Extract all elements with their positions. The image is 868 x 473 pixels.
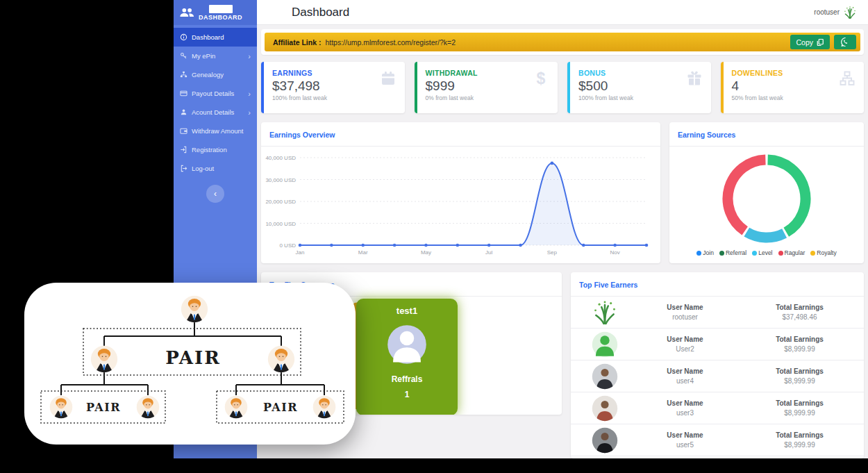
user-plant-avatar[interactable] — [843, 6, 857, 19]
legend-label: Referral — [726, 249, 746, 256]
svg-text:Nov: Nov — [610, 249, 620, 256]
earner-username: user5 — [628, 441, 742, 449]
sidebar-item-acount-details[interactable]: Acount Details› — [174, 103, 257, 122]
legend-item-join[interactable]: Join — [696, 249, 714, 256]
donut-legend: JoinReferralLevelRagularRoyalty — [696, 249, 836, 256]
earner-row-rootuser[interactable]: User NamerootuserTotal Earnings$37,498.4… — [571, 297, 864, 329]
legend-label: Ragular — [785, 249, 806, 256]
sidebar-item-my-epin[interactable]: My ePin› — [174, 47, 257, 65]
card-icon — [180, 90, 187, 97]
sidebar-nav: DashboardMy ePin›GenealogyPayout Details… — [174, 25, 257, 178]
sidebar-item-genealogy[interactable]: Genealogy — [174, 65, 257, 84]
earner-earnings-header: Total Earnings — [742, 431, 857, 439]
user-icon — [180, 108, 187, 116]
sponsor-referrals-label: Reffrals — [392, 374, 423, 384]
signin-icon — [180, 146, 187, 153]
sidebar-item-dashboard[interactable]: Dashboard — [174, 28, 257, 47]
sidebar-item-registration[interactable]: Registration — [174, 140, 257, 159]
sponsor-referrals-count: 1 — [405, 390, 410, 399]
legend-label: Royalty — [817, 249, 836, 256]
chevron-right-icon: › — [248, 108, 251, 117]
genealogy-pair-overlay: PAIR PAIR PAIR — [24, 283, 356, 445]
sidebar-item-label: Registration — [192, 146, 251, 153]
affiliate-bar: Affiliate Link : https://ump.mlmforest.c… — [265, 33, 860, 51]
earner-username: User2 — [628, 345, 742, 353]
legend-dot — [752, 251, 757, 256]
sidebar-item-label: Genealogy — [192, 71, 251, 78]
gift-icon — [686, 70, 703, 87]
stat-label: EARNINGS — [272, 69, 397, 77]
sidebar-collapse-button[interactable]: ‹ — [206, 185, 224, 203]
tree-leaf-avatar[interactable] — [313, 396, 336, 419]
earner-row-user4[interactable]: User Nameuser4Total Earnings$8,999.99 — [571, 360, 864, 392]
tree-leaf-avatar[interactable] — [50, 396, 73, 419]
sidebar-item-withdraw-amount[interactable]: Withdraw Amount — [174, 122, 257, 140]
sidebar-item-label: Payout Details — [192, 90, 244, 97]
page-title: Dashboard — [292, 6, 349, 19]
sidebar-item-label: Withdraw Amount — [192, 127, 251, 135]
tree-root-avatar[interactable] — [181, 296, 208, 323]
affiliate-card: Affiliate Link : https://ump.mlmforest.c… — [261, 29, 864, 55]
earning-sources-panel: Earning Sources JoinReferralLevelRagular… — [669, 122, 864, 263]
stat-subtext: 50% from last weak — [732, 94, 856, 101]
svg-text:Jan: Jan — [296, 249, 305, 256]
chevron-right-icon: › — [248, 90, 251, 98]
earnings-overview-panel: Earnings Overview 0 USD10,000 USD20,000 … — [261, 122, 660, 263]
top-earners-title: Top Five Earners — [579, 281, 637, 289]
whatsapp-icon — [840, 37, 851, 47]
sitemap-icon — [180, 71, 187, 78]
sidebar-item-label: Log-out — [192, 165, 251, 172]
copy-button-label: Copy — [796, 38, 813, 47]
legend-label: Join — [703, 249, 714, 256]
whatsapp-button[interactable] — [834, 35, 856, 49]
earner-earnings: $8,999.99 — [742, 377, 857, 385]
tree-left-avatar[interactable] — [91, 346, 117, 373]
stat-card-withdrawal: WITHDRAWAL$9990% from last weak$ — [415, 62, 558, 113]
pair-label: PAIR — [263, 401, 298, 414]
username-text[interactable]: rootuser — [814, 8, 840, 16]
tree-right-avatar[interactable] — [268, 346, 294, 373]
signout-icon — [180, 165, 187, 172]
sidebar-item-label: Acount Details — [192, 108, 244, 116]
sidebar-item-payout-details[interactable]: Payout Details› — [174, 84, 257, 103]
copy-button[interactable]: Copy — [790, 35, 830, 49]
logo-image — [209, 5, 233, 13]
stat-value: $999 — [426, 78, 550, 94]
legend-dot — [778, 251, 783, 256]
earner-row-User2[interactable]: User NameUser2Total Earnings$8,999.99 — [571, 329, 864, 360]
affiliate-url: https://ump.mlmforest.com/register/?k=2 — [325, 38, 786, 47]
legend-label: Level — [758, 249, 772, 256]
tree-leaf-avatar[interactable] — [225, 396, 248, 419]
key-icon — [180, 52, 187, 60]
svg-text:10,000 USD: 10,000 USD — [265, 221, 296, 227]
earning-sources-donut[interactable] — [683, 149, 850, 248]
legend-item-level[interactable]: Level — [752, 249, 772, 256]
sidebar-item-label: My ePin — [192, 52, 244, 60]
people-icon — [179, 5, 194, 20]
stat-value: $37,498 — [272, 78, 397, 94]
earner-username-header: User Name — [628, 367, 742, 375]
silhouette-avatar — [592, 331, 618, 358]
earner-row-user3[interactable]: User Nameuser3Total Earnings$8,999.99 — [571, 392, 864, 424]
sponsor-card[interactable]: test1 Reffrals 1 — [356, 299, 458, 415]
stat-label: WITHDRAWAL — [426, 69, 550, 77]
stat-subtext: 100% from last weak — [272, 94, 397, 101]
earner-row-user5[interactable]: User Nameuser5Total Earnings$8,999.99 — [571, 424, 864, 456]
svg-text:0 USD: 0 USD — [279, 242, 296, 249]
earnings-line-chart[interactable]: 0 USD10,000 USD20,000 USD30,000 USD40,00… — [261, 147, 660, 263]
topbar: Dashboard rootuser — [257, 0, 868, 25]
pair-tree-diagram[interactable]: PAIR PAIR PAIR — [24, 283, 356, 445]
legend-item-royalty[interactable]: Royalty — [810, 249, 836, 256]
earner-username-header: User Name — [628, 335, 742, 343]
sidebar-logo[interactable]: DASHBOARD — [174, 0, 257, 25]
legend-item-referral[interactable]: Referral — [719, 249, 746, 256]
info-icon — [180, 33, 187, 41]
earner-username-header: User Name — [628, 304, 742, 311]
earnings-overview-title: Earnings Overview — [269, 131, 335, 139]
svg-text:30,000 USD: 30,000 USD — [265, 177, 296, 183]
stat-value: 4 — [732, 78, 856, 94]
stats-row: EARNINGS$37,498100% from last weakWITHDR… — [261, 62, 864, 113]
legend-item-ragular[interactable]: Ragular — [778, 249, 806, 256]
sidebar-item-log-out[interactable]: Log-out — [174, 159, 257, 178]
tree-leaf-avatar[interactable] — [137, 396, 160, 419]
